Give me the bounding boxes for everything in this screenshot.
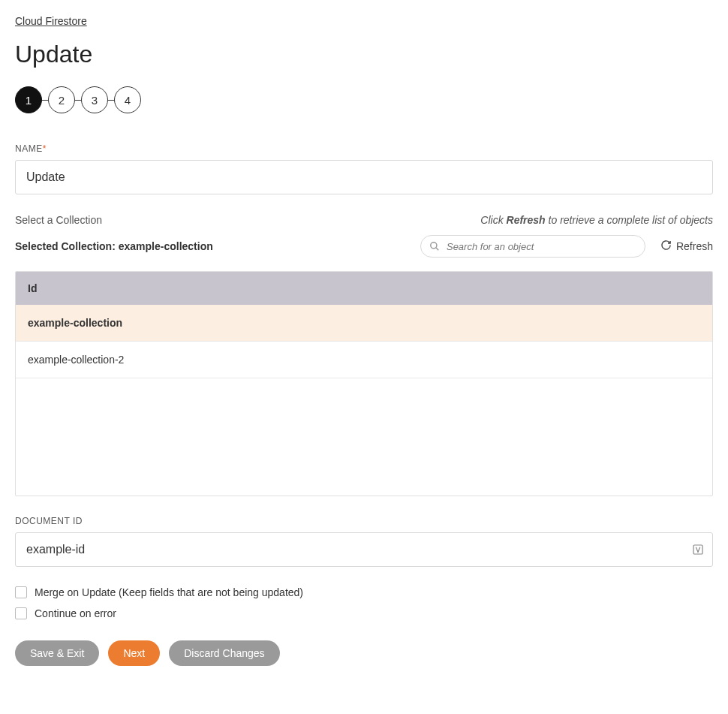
search-icon <box>429 241 440 252</box>
selected-collection-text: Selected Collection: example-collection <box>15 240 213 252</box>
table-row[interactable]: example-collection <box>16 305 712 342</box>
continue-checkbox[interactable] <box>15 607 27 619</box>
table-row[interactable]: example-collection-2 <box>16 342 712 378</box>
breadcrumb-link[interactable]: Cloud Firestore <box>15 15 87 27</box>
refresh-hint: Click Refresh to retrieve a complete lis… <box>480 214 713 226</box>
stepper: 1234 <box>15 86 713 113</box>
step-4[interactable]: 4 <box>114 86 141 113</box>
document-id-label: DOCUMENT ID <box>15 516 713 526</box>
svg-line-1 <box>436 248 438 250</box>
search-input[interactable] <box>420 235 645 258</box>
svg-point-0 <box>431 243 437 249</box>
save-exit-button[interactable]: Save & Exit <box>15 640 99 666</box>
required-star: * <box>43 143 47 154</box>
variable-icon[interactable] <box>692 544 704 556</box>
step-3[interactable]: 3 <box>81 86 108 113</box>
discard-button[interactable]: Discard Changes <box>169 640 279 666</box>
merge-label: Merge on Update (Keep fields that are no… <box>35 586 303 598</box>
refresh-button[interactable]: Refresh <box>660 240 713 253</box>
name-input[interactable] <box>15 160 713 194</box>
refresh-icon <box>660 240 672 253</box>
step-connector <box>75 100 81 101</box>
refresh-label: Refresh <box>676 240 713 252</box>
continue-label: Continue on error <box>35 607 116 619</box>
step-1[interactable]: 1 <box>15 86 42 113</box>
step-connector <box>42 100 48 101</box>
document-id-input[interactable] <box>15 532 713 567</box>
next-button[interactable]: Next <box>108 640 160 666</box>
step-2[interactable]: 2 <box>48 86 75 113</box>
merge-checkbox[interactable] <box>15 586 27 598</box>
name-label: NAME* <box>15 143 713 154</box>
table-header-id: Id <box>16 272 712 305</box>
select-collection-label: Select a Collection <box>15 214 102 226</box>
step-connector <box>108 100 114 101</box>
page-title: Update <box>15 41 713 68</box>
collection-table: Id example-collectionexample-collection-… <box>15 271 713 496</box>
